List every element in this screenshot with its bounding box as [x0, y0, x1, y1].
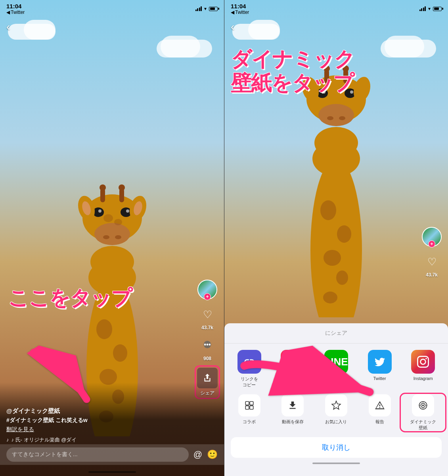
dynamic-wallpaper-border	[400, 393, 446, 432]
svg-point-12	[98, 209, 101, 213]
svg-point-19	[100, 184, 106, 191]
home-indicator-right	[312, 463, 360, 464]
comment-input-left[interactable]: すてきなコメントを書く...	[6, 447, 189, 462]
twitter-back-left[interactable]: ◀ Twitter	[6, 10, 25, 15]
battery-fill-left	[210, 8, 215, 10]
svg-point-35	[336, 271, 348, 285]
svg-point-38	[318, 104, 354, 126]
twitter-label-left: Twitter	[11, 10, 25, 15]
svg-point-9	[115, 235, 121, 239]
comment-icon-left	[199, 337, 216, 354]
svg-point-30	[209, 344, 211, 345]
action-buttons-right: + ♡ 43.7k	[422, 227, 442, 278]
share-app-instagram[interactable]: Instagram	[401, 350, 445, 388]
svg-point-8	[103, 235, 109, 239]
wifi-icon-left: ▾	[204, 6, 207, 12]
bar-2	[197, 8, 198, 11]
comment-button-left[interactable]: 908	[199, 337, 216, 361]
bar-4	[201, 6, 202, 11]
svg-point-23	[114, 219, 122, 225]
annotation-left: ここをタップ	[8, 287, 132, 309]
instagram-icon	[411, 350, 435, 374]
status-icons-right: ▾	[419, 6, 442, 12]
svg-point-2	[113, 344, 127, 362]
bar-r2	[421, 8, 422, 11]
report-label: 報告	[375, 419, 384, 425]
translate-link-left[interactable]: 翻訳を見る	[6, 425, 218, 434]
svg-point-34	[324, 250, 341, 266]
status-left: 11:04 ◀ Twitter	[6, 3, 25, 15]
svg-point-29	[207, 344, 209, 345]
status-icons-left: ▾	[195, 6, 218, 12]
svg-point-22	[103, 214, 113, 222]
svg-point-52	[312, 141, 360, 177]
bar-3	[199, 8, 200, 11]
music-note-left: ♪	[6, 436, 9, 444]
heart-icon-left: ♡	[199, 306, 216, 323]
svg-point-32	[320, 200, 336, 220]
cloud-4	[161, 36, 200, 58]
follow-plus-badge-right: +	[428, 240, 435, 248]
left-phone-panel: 11:04 ◀ Twitter ▾ ‹ ここをタップ	[0, 0, 224, 476]
video-username-left: @ダイナミック壁紙	[6, 406, 218, 416]
svg-point-7	[94, 223, 130, 245]
back-arrow-right: ◀	[231, 10, 234, 15]
bar-r3	[423, 8, 424, 11]
back-button-left[interactable]: ‹	[6, 21, 10, 33]
share-action-dynamic-wallpaper[interactable]: ダイナミック壁紙	[401, 394, 445, 431]
back-button-right[interactable]: ‹	[231, 21, 234, 33]
music-info-left: ♪ ♪ 氏- オリジナル楽曲 @ダイ	[6, 436, 218, 444]
twitter-label-right: Twitter	[235, 10, 249, 15]
bar-r1	[419, 10, 421, 11]
comment-count-left: 908	[203, 356, 211, 361]
comment-bar-left: すてきなコメントを書く... @ 🙂	[0, 444, 224, 465]
svg-point-36	[323, 292, 337, 303]
action-buttons-left: + ♡ 43.7k 908 シェア	[197, 280, 218, 397]
svg-point-33	[337, 225, 351, 243]
svg-point-21	[119, 184, 125, 191]
svg-point-28	[204, 344, 206, 345]
svg-point-1	[96, 319, 112, 339]
like-button-left[interactable]: ♡ 43.7k	[199, 306, 216, 330]
status-bar-right: 11:04 ◀ Twitter ▾	[224, 0, 448, 17]
battery-icon-left	[209, 7, 218, 11]
battery-icon-right	[433, 7, 442, 11]
right-phone-panel: 11:04 ◀ Twitter ▾ ‹ ダイナミック 壁紙をタップ	[224, 0, 448, 476]
status-time-left: 11:04	[6, 3, 25, 10]
at-icon-left[interactable]: @	[193, 449, 202, 460]
cloud-2	[24, 20, 56, 40]
avatar-container[interactable]: +	[197, 280, 217, 299]
status-time-right: 11:04	[231, 3, 249, 10]
bar-r4	[425, 6, 426, 11]
signal-bars-left	[195, 6, 202, 11]
svg-point-39	[327, 116, 333, 120]
svg-point-13	[126, 209, 129, 213]
like-count-right: 43.7k	[426, 272, 438, 278]
emoji-icon-left[interactable]: 🙂	[207, 449, 218, 460]
signal-bars-right	[419, 6, 426, 11]
avatar-container-right[interactable]: +	[422, 227, 442, 247]
follow-plus-badge: +	[204, 293, 211, 300]
svg-point-31	[310, 159, 362, 317]
status-left-right: 11:04 ◀ Twitter	[231, 3, 249, 15]
cloud-r2	[248, 20, 280, 40]
twitter-back-right[interactable]: ◀ Twitter	[231, 10, 249, 15]
svg-point-40	[339, 116, 345, 120]
cancel-button[interactable]: 取り消し	[231, 437, 442, 458]
bar-1	[195, 10, 197, 11]
share-sheet-header: にシェア	[224, 323, 448, 344]
favorite-label: お気に入り	[325, 419, 347, 425]
video-info-left: @ダイナミック壁紙 #ダイナミック壁紙 これ笑えるw 翻訳を見る ♪ ♪ 氏- …	[6, 406, 218, 444]
instagram-label: Instagram	[414, 376, 433, 381]
like-button-right[interactable]: ♡ 43.7k	[423, 253, 440, 278]
back-arrow-left: ◀	[6, 10, 10, 15]
battery-fill-right	[434, 8, 439, 10]
heart-icon-right: ♡	[423, 253, 440, 271]
like-count-left: 43.7k	[201, 325, 213, 330]
home-indicator-left	[88, 471, 136, 473]
annotation-right: ダイナミック 壁紙をタップ	[231, 48, 354, 95]
status-bar-left: 11:04 ◀ Twitter ▾	[0, 0, 224, 17]
music-text-left: ♪ 氏- オリジナル楽曲 @ダイ	[11, 436, 77, 444]
video-hashtag-left: #ダイナミック壁紙 これ笑えるw	[6, 416, 218, 424]
wifi-icon-right: ▾	[428, 6, 431, 12]
